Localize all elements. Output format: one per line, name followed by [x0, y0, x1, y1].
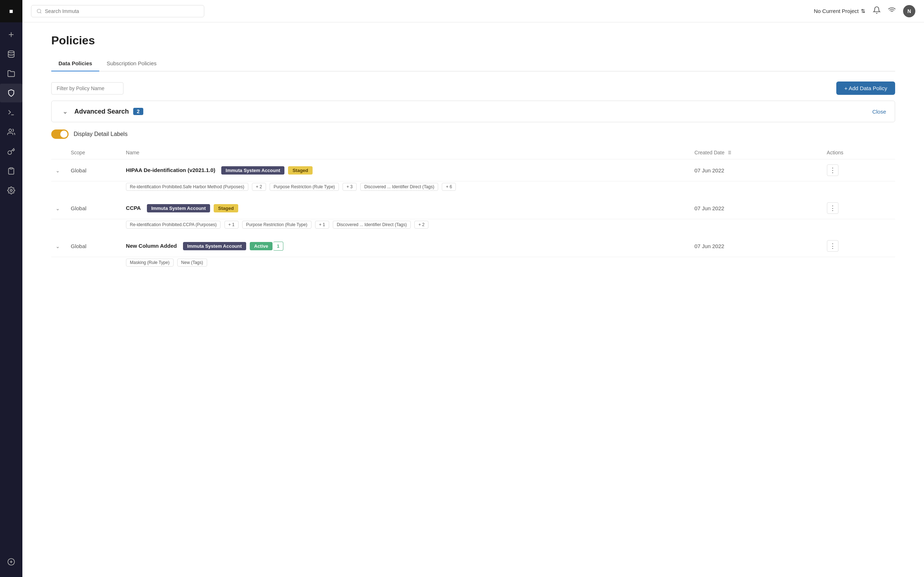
sidebar-item-users[interactable]	[0, 122, 23, 141]
table-row-tags: Re-identification Prohibited.Safe Harbor…	[51, 181, 895, 198]
sidebar-item-settings[interactable]	[0, 181, 23, 200]
policy-date: 07 Jun 2022	[690, 235, 822, 257]
policy-name-cell: HIPAA De-identification (v2021.1.0) Immu…	[122, 160, 690, 181]
sidebar-item-files[interactable]	[0, 64, 23, 83]
svg-point-10	[37, 9, 41, 13]
advanced-search-close[interactable]: Close	[872, 108, 886, 115]
policy-name-cell: New Column Added Immuta System Account A…	[122, 235, 690, 257]
display-detail-toggle[interactable]	[51, 129, 69, 139]
table-row: ⌄ Global HIPAA De-identification (v2021.…	[51, 160, 895, 181]
policy-actions: ⋮	[822, 235, 895, 257]
tag-pill: Discovered ... Identifier Direct (Tags)	[360, 183, 438, 191]
sidebar-item-data[interactable]	[0, 45, 23, 63]
policy-name: New Column Added	[126, 243, 177, 249]
policy-actions: ⋮	[822, 160, 895, 181]
user-avatar[interactable]: N	[903, 5, 915, 17]
filter-input[interactable]	[51, 82, 123, 95]
app-logo[interactable]: ■	[0, 0, 23, 23]
tag-pill: Masking (Rule Type)	[126, 259, 174, 266]
count-pill: + 2	[252, 183, 266, 191]
add-data-policy-button[interactable]: + Add Data Policy	[836, 82, 895, 95]
policy-name-cell: CCPA Immuta System Account Staged	[122, 197, 690, 219]
sidebar-item-policies[interactable]	[0, 84, 23, 102]
policy-scope: Global	[66, 235, 122, 257]
tag-pill: New (Tags)	[177, 259, 207, 266]
search-box[interactable]	[31, 5, 204, 17]
table-row-tags: Masking (Rule Type) New (Tags)	[51, 257, 895, 273]
policy-more-button[interactable]: ⋮	[827, 202, 838, 214]
table-row: ⌄ Global CCPA Immuta System Account Stag…	[51, 197, 895, 219]
wifi-icon[interactable]	[888, 6, 896, 16]
policy-status-badge: Staged	[214, 204, 238, 213]
project-name: No Current Project	[814, 8, 859, 14]
col-scope: Scope	[66, 146, 122, 160]
col-created-date[interactable]: Created Date	[690, 146, 822, 160]
count-pill: + 2	[414, 221, 428, 229]
main-area: No Current Project ⇅ N Policies Data Pol…	[23, 0, 924, 577]
sidebar: ■	[0, 0, 23, 577]
page-title: Policies	[51, 34, 895, 47]
svg-point-2	[8, 51, 15, 53]
tab-data-policies[interactable]: Data Policies	[51, 56, 99, 71]
policy-owner-badge: Immuta System Account	[183, 242, 246, 250]
policy-status-badge: Staged	[288, 166, 312, 174]
policy-date: 07 Jun 2022	[690, 197, 822, 219]
policy-more-button[interactable]: ⋮	[827, 240, 838, 252]
policy-name: HIPAA De-identification (v2021.1.0)	[126, 167, 215, 173]
row-expand-chevron[interactable]: ⌄	[56, 168, 60, 174]
advanced-search-toggle[interactable]: ⌄	[60, 107, 70, 116]
page-content: Policies Data Policies Subscription Poli…	[23, 23, 924, 577]
sidebar-item-add[interactable]	[0, 25, 23, 44]
policy-scope: Global	[66, 197, 122, 219]
advanced-search-label: Advanced Search	[74, 108, 129, 115]
policy-active-count: 1	[273, 242, 283, 251]
tag-pill: Purpose Restriction (Rule Type)	[242, 221, 312, 229]
tag-pill: Re-identification Prohibited.Safe Harbor…	[126, 183, 248, 191]
sidebar-item-audit[interactable]	[0, 161, 23, 180]
policy-table: Scope Name Created Date Actions	[51, 146, 895, 273]
count-pill: + 6	[442, 183, 456, 191]
notifications-icon[interactable]	[873, 6, 881, 16]
policy-more-button[interactable]: ⋮	[827, 164, 838, 176]
search-input[interactable]	[45, 8, 199, 14]
sidebar-item-terminal[interactable]	[0, 103, 23, 122]
topbar: No Current Project ⇅ N	[23, 0, 924, 23]
sidebar-item-keys[interactable]	[0, 142, 23, 161]
policy-actions: ⋮	[822, 197, 895, 219]
svg-point-6	[10, 189, 12, 192]
filter-row: + Add Data Policy	[51, 82, 895, 95]
policy-tabs: Data Policies Subscription Policies	[51, 56, 895, 71]
sidebar-item-more[interactable]	[0, 553, 23, 571]
row-expand-chevron[interactable]: ⌄	[56, 206, 60, 211]
col-name: Name	[122, 146, 530, 160]
advanced-search-left: ⌄ Advanced Search 2	[60, 107, 143, 116]
policy-owner-badge: Immuta System Account	[221, 166, 284, 174]
tag-pill: Re-identification Prohibited.CCPA (Purpo…	[126, 221, 221, 229]
table-row-tags: Re-identification Prohibited.CCPA (Purpo…	[51, 219, 895, 235]
tab-subscription-policies[interactable]: Subscription Policies	[99, 56, 163, 71]
policy-status-badge: Active	[250, 242, 273, 250]
policy-date: 07 Jun 2022	[690, 160, 822, 181]
advanced-search-panel: ⌄ Advanced Search 2 Close	[51, 101, 895, 122]
tag-pill: Purpose Restriction (Rule Type)	[270, 183, 339, 191]
chevron-updown-icon: ⇅	[861, 8, 866, 15]
count-pill: + 3	[342, 183, 357, 191]
tag-pill: Discovered ... Identifier Direct (Tags)	[333, 221, 411, 229]
advanced-search-badge: 2	[133, 108, 143, 115]
col-actions: Actions	[822, 146, 895, 160]
policy-name: CCPA	[126, 205, 141, 211]
row-expand-chevron[interactable]: ⌄	[56, 243, 60, 249]
project-selector[interactable]: No Current Project ⇅	[814, 8, 866, 15]
table-row: ⌄ Global New Column Added Immuta System …	[51, 235, 895, 257]
toggle-label: Display Detail Labels	[74, 131, 128, 137]
policy-scope: Global	[66, 160, 122, 181]
svg-line-11	[40, 12, 42, 13]
toggle-row: Display Detail Labels	[51, 129, 895, 139]
count-pill: + 1	[225, 221, 239, 229]
search-icon	[36, 8, 42, 14]
policy-owner-badge: Immuta System Account	[147, 204, 210, 213]
sort-icon	[727, 150, 732, 155]
topbar-right: No Current Project ⇅ N	[814, 5, 915, 17]
count-pill: + 1	[315, 221, 329, 229]
svg-rect-5	[10, 168, 12, 169]
